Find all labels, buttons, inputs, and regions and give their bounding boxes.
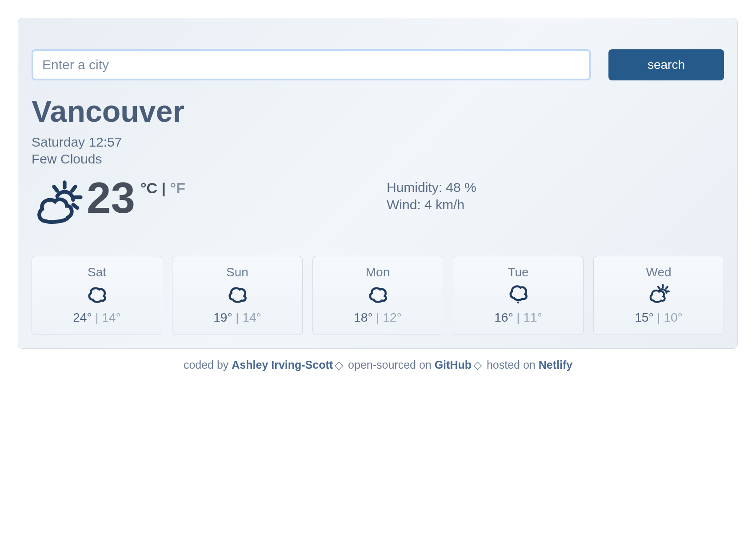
temp-separator: | <box>513 311 524 324</box>
search-row: search <box>32 49 724 80</box>
weather-details: Humidity: 48 % Wind: 4 km/h <box>387 179 476 213</box>
forecast-low: 12° <box>383 311 401 324</box>
temp-separator: | <box>92 311 102 324</box>
footer: coded by Ashley Irving-Scott◇ open-sourc… <box>18 359 738 371</box>
forecast-high: 15° <box>635 311 653 324</box>
wind-label: Wind: <box>387 197 424 212</box>
city-name: Vancouver <box>32 94 724 128</box>
date-time: Saturday 12:57 <box>32 134 724 151</box>
partly-cloudy-icon <box>32 176 85 229</box>
forecast-high: 24° <box>73 311 92 324</box>
temp-separator: | <box>232 311 243 324</box>
celsius-unit[interactable]: °C <box>140 179 157 196</box>
diamond-icon: ◇ <box>473 359 482 371</box>
forecast-card: Wed15° | 10° <box>593 256 724 335</box>
forecast-card: Mon18° | 12° <box>312 256 443 335</box>
weather-card: search Vancouver Saturday 12:57 Few Clou… <box>18 18 738 349</box>
forecast-card: Tue16° | 11° <box>453 256 584 335</box>
temp-separator: | <box>654 311 664 324</box>
fahrenheit-unit[interactable]: °F <box>170 179 185 196</box>
svg-line-3 <box>73 205 78 208</box>
forecast-day-label: Sat <box>36 265 157 279</box>
svg-line-7 <box>666 287 668 288</box>
footer-open-sourced: open-sourced on <box>345 359 435 371</box>
svg-line-4 <box>54 187 57 191</box>
unit-toggle: °C | °F <box>140 179 185 197</box>
wind-row: Wind: 4 km/h <box>387 196 476 213</box>
current-weather-row: 23 °C | °F Humidity: 48 % Wind: 4 km/h <box>32 176 724 229</box>
svg-point-5 <box>517 301 520 303</box>
footer-coded-by: coded by <box>184 359 232 371</box>
forecast-day-label: Tue <box>458 265 579 279</box>
svg-line-9 <box>658 287 660 288</box>
forecast-low: 11° <box>523 311 542 324</box>
diamond-icon: ◇ <box>335 359 343 371</box>
humidity-row: Humidity: 48 % <box>387 179 476 196</box>
temp-separator: | <box>373 311 383 324</box>
forecast-temps: 16° | 11° <box>458 311 579 325</box>
temperature-block: 23 °C | °F <box>32 176 378 229</box>
forecast-temps: 19° | 14° <box>177 311 298 325</box>
forecast-high: 18° <box>354 311 372 324</box>
wind-value: 4 km/h <box>424 197 464 212</box>
search-button[interactable]: search <box>608 49 724 80</box>
temperature-value: 23 <box>87 176 135 219</box>
weather-condition: Few Clouds <box>32 151 724 167</box>
github-link[interactable]: GitHub <box>435 359 472 371</box>
humidity-value: 48 % <box>446 180 476 195</box>
unit-separator: | <box>157 179 170 196</box>
forecast-low: 10° <box>664 311 682 324</box>
cloud-icon <box>226 282 249 305</box>
forecast-temps: 18° | 12° <box>317 311 438 325</box>
netlify-link[interactable]: Netlify <box>539 359 572 371</box>
forecast-day-label: Sun <box>177 265 298 279</box>
rain-icon <box>507 282 530 305</box>
forecast-low: 14° <box>102 311 120 324</box>
humidity-label: Humidity: <box>387 180 446 195</box>
forecast-row: Sat24° | 14°Sun19° | 14°Mon18° | 12°Tue1… <box>32 256 724 335</box>
forecast-high: 19° <box>213 311 232 324</box>
partly-icon <box>647 282 670 305</box>
forecast-day-label: Mon <box>317 265 438 279</box>
forecast-temps: 24° | 14° <box>36 311 157 325</box>
author-link[interactable]: Ashley Irving-Scott <box>232 359 333 371</box>
forecast-low: 14° <box>242 311 261 324</box>
forecast-card: Sun19° | 14° <box>172 256 303 335</box>
forecast-temps: 15° | 10° <box>598 311 719 325</box>
footer-hosted: hosted on <box>484 359 539 371</box>
svg-line-1 <box>72 187 75 191</box>
forecast-high: 16° <box>494 311 513 324</box>
city-search-input[interactable] <box>32 49 591 80</box>
cloud-icon <box>85 282 108 305</box>
cloud-icon <box>366 282 389 305</box>
forecast-card: Sat24° | 14° <box>32 256 162 335</box>
forecast-day-label: Wed <box>598 265 719 279</box>
